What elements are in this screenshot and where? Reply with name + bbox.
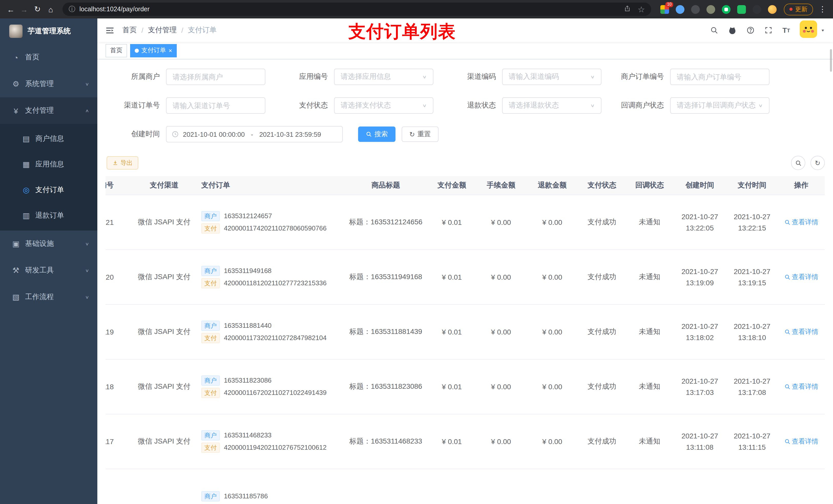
export-button[interactable]: 导出 <box>106 156 138 170</box>
forward-icon[interactable]: → <box>18 3 31 16</box>
channel-order-no-input[interactable] <box>166 97 265 114</box>
tab-home[interactable]: 首页 <box>105 44 127 57</box>
pay-time: 2021-10-2713:19:15 <box>727 249 778 304</box>
create-time: 2021-10-2713:11:08 <box>673 414 727 469</box>
col-channel: 支付渠道 <box>127 176 201 195</box>
tab-pay-order[interactable]: 支付订单 × <box>130 44 177 57</box>
chevron-down-icon: ∨ <box>420 103 427 108</box>
app-logo: 芋道管理系统 <box>0 19 97 44</box>
col-pay-order: 支付订单 <box>201 176 343 195</box>
pay-channel: 微信 JSAPI 支付 <box>127 414 201 469</box>
view-detail-link[interactable]: 查看详情 <box>784 217 818 226</box>
channel-code-select[interactable]: 请输入渠道编码 ∨ <box>502 69 601 85</box>
pay-order-table: 编号 支付渠道 支付订单 商品标题 支付金额 手续金额 退款金额 支付状态 回调… <box>105 176 825 504</box>
search-icon <box>784 274 790 280</box>
apps-grid-icon[interactable]: 10 <box>660 5 669 14</box>
merchant-order-no: 163531185786 <box>224 492 268 500</box>
help-icon[interactable] <box>747 26 755 34</box>
pay-tag: 支付 <box>201 278 220 288</box>
briefcase-icon: ▧ <box>10 292 22 302</box>
sidebar-item-system[interactable]: ⚙ 系统管理 ∨ <box>0 71 97 97</box>
fullscreen-icon[interactable] <box>765 26 773 34</box>
close-tab-icon[interactable]: × <box>169 47 172 53</box>
merchant-order-no-input[interactable] <box>670 69 769 85</box>
refresh-table-button[interactable]: ↻ <box>810 156 825 170</box>
fee-amount: ¥ 0.00 <box>475 249 527 304</box>
tools-icon: ⚒ <box>10 266 22 275</box>
reset-button[interactable]: ↻ 重置 <box>402 126 438 142</box>
chevron-up-icon: ∧ <box>85 108 89 113</box>
page-content: 所属商户 应用编号 请选择应用信息 ∨ 渠道编码 请输入渠道编码 <box>97 59 833 504</box>
sidebar-item-pay-order[interactable]: ◎ 支付订单 <box>0 177 97 203</box>
wechat-devtools-icon[interactable] <box>722 5 731 14</box>
notify-status: 未通知 <box>626 359 673 414</box>
extension-b-icon[interactable] <box>707 5 715 14</box>
breadcrumb-home[interactable]: 首页 <box>122 26 137 35</box>
reload-icon[interactable]: ↻ <box>31 3 44 16</box>
merchant-tag: 商户 <box>201 375 220 385</box>
github-icon[interactable] <box>728 26 737 34</box>
home-icon[interactable]: ⌂ <box>44 3 57 16</box>
merchant-order-no: 1635311949168 <box>224 267 271 274</box>
breadcrumb-section[interactable]: 支付管理 <box>148 26 177 35</box>
avatar[interactable] <box>800 21 817 40</box>
user-menu[interactable]: ▼ <box>800 21 825 40</box>
share-icon[interactable] <box>624 5 630 14</box>
blue-pin-icon[interactable] <box>676 5 685 14</box>
bookmark-star-icon[interactable]: ☆ <box>638 4 645 14</box>
tags-view-bar: 首页 支付订单 × <box>97 42 833 59</box>
search-icon[interactable] <box>710 26 718 34</box>
refund-status-filter-label: 退款状态 <box>442 101 502 110</box>
sidebar-item-app-info[interactable]: ▦ 应用信息 <box>0 152 97 177</box>
sidebar-item-pay[interactable]: ¥ 支付管理 ∧ <box>0 97 97 124</box>
chevron-down-icon: ∨ <box>85 268 89 273</box>
github-desktop-icon[interactable] <box>753 5 761 14</box>
pay-status-select[interactable]: 请选择支付状态 ∨ <box>334 97 433 114</box>
browser-menu-icon[interactable]: ⋮ <box>816 5 829 14</box>
scrollbar-thumb[interactable] <box>830 49 832 72</box>
notify-status-select[interactable]: 请选择订单回调商户状态 ∨ <box>670 97 769 114</box>
sidebar-item-home[interactable]: ◔ 首页 <box>0 44 97 71</box>
merchant-tag: 商户 <box>201 430 220 440</box>
back-icon[interactable]: ← <box>4 3 18 16</box>
extension-a-icon[interactable] <box>691 5 700 14</box>
view-detail-link[interactable]: 查看详情 <box>784 437 818 446</box>
site-info-icon[interactable]: ⓘ <box>69 5 75 14</box>
search-icon <box>795 160 802 166</box>
app-no-select[interactable]: 请选择应用信息 ∨ <box>334 69 433 85</box>
sidebar-item-workflow[interactable]: ▧ 工作流程 ∨ <box>0 284 97 310</box>
channel-pay-no: 4200001167202110271022491439 <box>224 389 327 397</box>
pay-time: 2021-10-2713:17:08 <box>727 359 778 414</box>
view-detail-link[interactable]: 查看详情 <box>784 327 818 336</box>
chat-icon[interactable] <box>737 5 746 14</box>
pay-time: 2021-10-2713:22:15 <box>727 195 778 249</box>
merchant-select[interactable] <box>166 69 265 85</box>
pay-status: 支付成功 <box>578 249 626 304</box>
update-button[interactable]: 更新 <box>784 3 813 15</box>
toggle-search-button[interactable] <box>791 156 805 170</box>
view-detail-link[interactable]: 查看详情 <box>784 382 818 391</box>
sidebar-item-infra[interactable]: ▣ 基础设施 ∨ <box>0 231 97 257</box>
search-button[interactable]: 搜索 <box>358 126 396 142</box>
sidebar-toggle-icon[interactable] <box>105 26 114 34</box>
order-id: 120 <box>105 249 127 304</box>
product-title: 标题：1635311823086 <box>343 359 428 414</box>
col-refund: 退款金额 <box>527 176 578 195</box>
extension-badge: 10 <box>665 2 673 7</box>
profile-face-icon[interactable] <box>768 5 777 14</box>
date-range-separator: - <box>251 130 253 138</box>
chevron-down-icon: ∨ <box>588 103 595 108</box>
fee-amount: ¥ 0.00 <box>475 304 527 359</box>
address-bar[interactable]: ⓘ localhost:1024/pay/order ☆ <box>63 3 651 16</box>
channel-pay-no: 4200001181202110277723215336 <box>224 279 327 287</box>
sidebar-item-refund-order[interactable]: ▥ 退款订单 <box>0 203 97 229</box>
font-size-icon[interactable]: ¥TT <box>783 26 790 34</box>
sidebar-item-dev-tools[interactable]: ⚒ 研发工具 ∨ <box>0 257 97 284</box>
breadcrumb-separator: / <box>181 26 184 34</box>
table-row: 120 微信 JSAPI 支付 商户1635311949168 支付420000… <box>105 249 825 304</box>
sidebar-item-merchant-info[interactable]: ▤ 商户信息 <box>0 126 97 152</box>
create-time-range-picker[interactable]: 2021-10-01 00:00:00 - 2021-10-31 23:59:5… <box>166 126 343 142</box>
refund-status-select[interactable]: 请选择退款状态 ∨ <box>502 97 601 114</box>
pay-amount: ¥ 0.01 <box>428 359 475 414</box>
view-detail-link[interactable]: 查看详情 <box>784 272 818 282</box>
